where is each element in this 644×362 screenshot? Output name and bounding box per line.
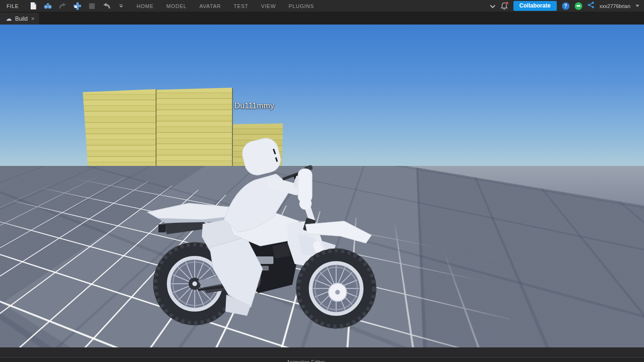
- username-label[interactable]: xxx2776brian: [600, 3, 630, 9]
- 3d-viewport[interactable]: Du111mmy: [0, 25, 644, 347]
- menu-bar: FILE HOME MODEL AVATAR TEST VIEW PLUGINS…: [0, 0, 644, 12]
- dirt-bike-with-rider[interactable]: [132, 127, 387, 339]
- file-menu[interactable]: FILE: [7, 3, 19, 9]
- help-icon[interactable]: ?: [562, 2, 570, 10]
- user-menu-caret-icon[interactable]: [636, 5, 639, 7]
- stop-icon[interactable]: [88, 2, 96, 10]
- share-icon[interactable]: [587, 1, 594, 10]
- panel-title: Animation Editor: [287, 359, 325, 362]
- rider-hand: [299, 197, 312, 210]
- notification-dot: [505, 1, 509, 5]
- menu-test[interactable]: TEST: [234, 3, 248, 9]
- find-icon[interactable]: [44, 2, 52, 10]
- menu-plugins[interactable]: PLUGINS: [289, 3, 314, 9]
- menu-home[interactable]: HOME: [137, 3, 154, 9]
- tab-build[interactable]: ☁ Build ×: [0, 13, 39, 25]
- chevron-down-icon[interactable]: [490, 2, 495, 10]
- exhaust-tip: [158, 224, 165, 232]
- paste-icon[interactable]: [73, 2, 82, 10]
- rider-arm: [272, 183, 296, 189]
- animation-editor-panel-header[interactable]: Animation Editor: [0, 357, 644, 362]
- redo-icon[interactable]: [58, 2, 67, 10]
- rider-head: [239, 136, 283, 178]
- menu-bar-right: Collaborate ? xxx2776brian: [490, 1, 644, 11]
- bottom-dock-bar: [0, 347, 644, 357]
- quick-access-toolbar: [29, 2, 125, 10]
- cloud-icon: ☁: [6, 16, 12, 22]
- menu-avatar[interactable]: AVATAR: [199, 3, 221, 9]
- notifications-bell-icon[interactable]: [501, 2, 508, 10]
- ribbon-menus: HOME MODEL AVATAR TEST VIEW PLUGINS: [137, 3, 314, 9]
- tab-label: Build: [15, 16, 28, 22]
- menu-model[interactable]: MODEL: [166, 3, 187, 9]
- menu-view[interactable]: VIEW: [261, 3, 276, 9]
- front-wheel: [296, 248, 376, 329]
- document-tab-bar: ☁ Build ×: [0, 13, 644, 25]
- tab-close-icon[interactable]: ×: [31, 16, 35, 22]
- do-not-disturb-icon[interactable]: [575, 2, 582, 10]
- player-name-label: Du111mmy: [234, 101, 274, 111]
- toolbar-options-icon[interactable]: [117, 2, 125, 10]
- new-file-icon[interactable]: [29, 2, 38, 10]
- collaborate-button[interactable]: Collaborate: [513, 1, 557, 11]
- undo-icon[interactable]: [102, 2, 111, 10]
